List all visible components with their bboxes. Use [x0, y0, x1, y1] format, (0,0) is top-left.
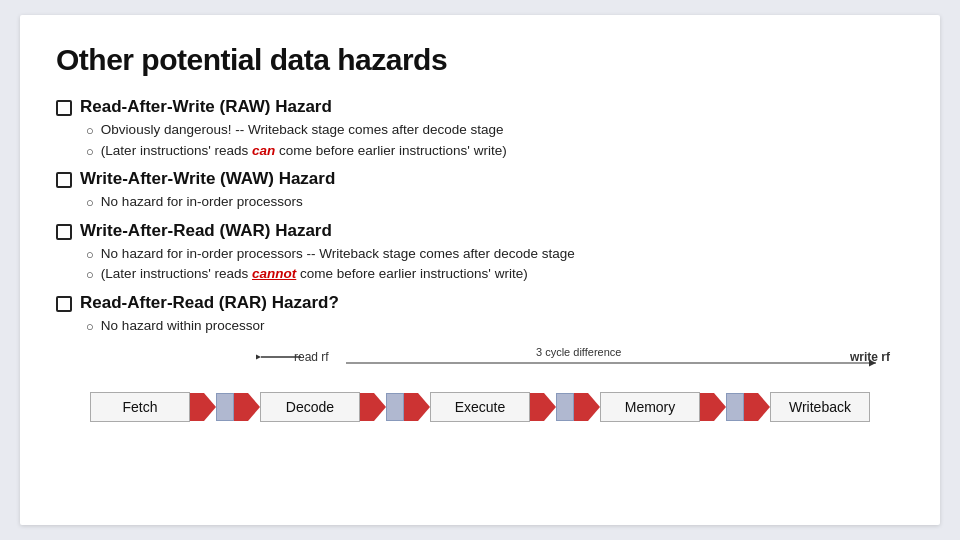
pipeline-stages: Fetch Decode	[56, 392, 904, 422]
sub-bullets-war: ○ No hazard for in-order processors -- W…	[86, 244, 904, 285]
circle-icon: ○	[86, 193, 94, 213]
arrow-head-7	[714, 393, 726, 421]
pipeline-gap-box-3	[556, 393, 574, 421]
pipeline-labels-row: read rf 3 cycle difference	[56, 346, 904, 374]
slide-title: Other potential data hazards	[56, 43, 904, 77]
stage-memory: Memory	[600, 392, 700, 422]
bullet-rar-label: Read-After-Read (RAR) Hazard?	[80, 293, 339, 313]
bullet-rar: Read-After-Read (RAR) Hazard?	[56, 293, 904, 313]
content: Read-After-Write (RAW) Hazard ○ Obviousl…	[56, 91, 904, 507]
arrow-3	[360, 393, 386, 421]
bullet-war: Write-After-Read (WAR) Hazard	[56, 221, 904, 241]
bullet-waw-label: Write-After-Write (WAW) Hazard	[80, 169, 335, 189]
arrow-1	[190, 393, 216, 421]
sub-bullet-raw-1: ○ Obviously dangerous! -- Writeback stag…	[86, 120, 904, 141]
circle-icon: ○	[86, 265, 94, 285]
sub-bullet-waw-1-text: No hazard for in-order processors	[101, 192, 303, 212]
sub-bullet-war-2: ○ (Later instructions' reads cannot come…	[86, 264, 904, 285]
pipeline-gap-box-2	[386, 393, 404, 421]
stage-writeback: Writeback	[770, 392, 870, 422]
arrow-6	[574, 393, 600, 421]
checkbox-waw	[56, 172, 72, 188]
sub-bullets-raw: ○ Obviously dangerous! -- Writeback stag…	[86, 120, 904, 161]
bullet-raw-label: Read-After-Write (RAW) Hazard	[80, 97, 332, 117]
three-cycle-arrow	[336, 356, 896, 370]
checkbox-rar	[56, 296, 72, 312]
sub-bullet-war-1: ○ No hazard for in-order processors -- W…	[86, 244, 904, 265]
arrow-head-2	[248, 393, 260, 421]
sub-bullet-rar-1: ○ No hazard within processor	[86, 316, 904, 337]
arrow-head-8	[758, 393, 770, 421]
sub-bullet-waw-1: ○ No hazard for in-order processors	[86, 192, 904, 213]
bullet-war-label: Write-After-Read (WAR) Hazard	[80, 221, 332, 241]
sub-bullets-waw: ○ No hazard for in-order processors	[86, 192, 904, 213]
pipeline-gap-box-1	[216, 393, 234, 421]
sub-bullet-raw-2: ○ (Later instructions' reads can come be…	[86, 141, 904, 162]
arrow-body-5	[530, 393, 544, 421]
slide: Other potential data hazards Read-After-…	[20, 15, 940, 525]
read-rf-arrow	[256, 348, 306, 366]
arrow-body-6	[574, 393, 588, 421]
sub-bullet-war-2-text: (Later instructions' reads cannot come b…	[101, 264, 528, 284]
arrow-head-5	[544, 393, 556, 421]
arrow-8	[744, 393, 770, 421]
pipeline-area: read rf 3 cycle difference	[56, 346, 904, 422]
checkbox-war	[56, 224, 72, 240]
circle-icon: ○	[86, 121, 94, 141]
stage-execute: Execute	[430, 392, 530, 422]
arrow-body-4	[404, 393, 418, 421]
circle-icon: ○	[86, 245, 94, 265]
checkbox-raw	[56, 100, 72, 116]
stage-decode: Decode	[260, 392, 360, 422]
highlight-cannot: cannot	[252, 266, 296, 281]
circle-icon: ○	[86, 317, 94, 337]
sub-bullet-raw-1-text: Obviously dangerous! -- Writeback stage …	[101, 120, 504, 140]
sub-bullet-raw-2-text: (Later instructions' reads can come befo…	[101, 141, 507, 161]
stage-fetch: Fetch	[90, 392, 190, 422]
bullet-waw: Write-After-Write (WAW) Hazard	[56, 169, 904, 189]
bullet-raw: Read-After-Write (RAW) Hazard	[56, 97, 904, 117]
arrow-head-1	[204, 393, 216, 421]
arrow-5	[530, 393, 556, 421]
pipeline-gap-box-4	[726, 393, 744, 421]
arrow-head-6	[588, 393, 600, 421]
sub-bullet-rar-1-text: No hazard within processor	[101, 316, 265, 336]
arrow-body-1	[190, 393, 204, 421]
arrow-body-7	[700, 393, 714, 421]
arrow-head-4	[418, 393, 430, 421]
arrow-7	[700, 393, 726, 421]
circle-icon: ○	[86, 142, 94, 162]
arrow-4	[404, 393, 430, 421]
arrow-2	[234, 393, 260, 421]
write-rf-label: write rf	[850, 350, 890, 364]
sub-bullet-war-1-text: No hazard for in-order processors -- Wri…	[101, 244, 575, 264]
arrow-body-3	[360, 393, 374, 421]
sub-bullets-rar: ○ No hazard within processor	[86, 316, 904, 337]
arrow-body-2	[234, 393, 248, 421]
highlight-can: can	[252, 143, 275, 158]
arrow-head-3	[374, 393, 386, 421]
arrow-body-8	[744, 393, 758, 421]
